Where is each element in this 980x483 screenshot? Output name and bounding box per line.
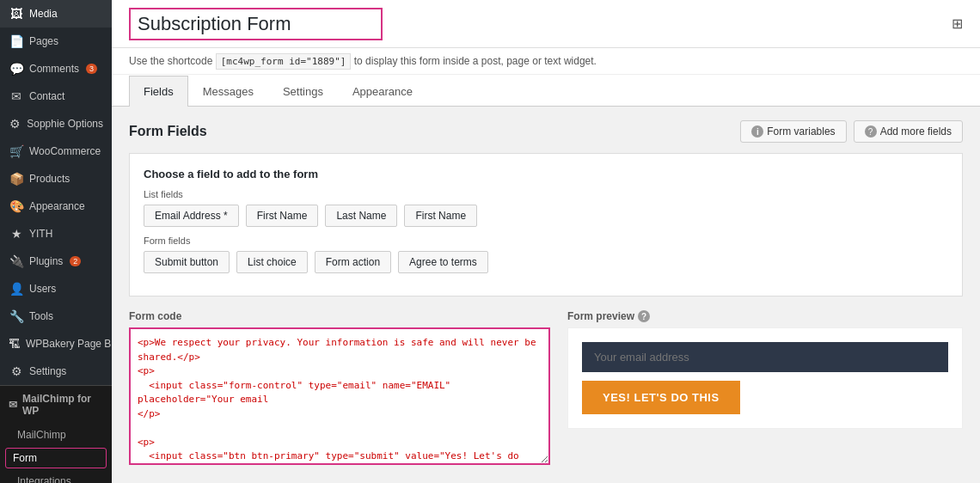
preview-help-icon: ? bbox=[638, 310, 650, 322]
form-variables-button[interactable]: i Form variables bbox=[740, 120, 846, 143]
settings-icon: ⚙ bbox=[9, 364, 24, 378]
sidebar-item-pages[interactable]: 📄 Pages bbox=[0, 28, 112, 55]
products-icon: 📦 bbox=[9, 172, 24, 186]
sidebar-item-tools[interactable]: 🔧 Tools bbox=[0, 303, 112, 330]
form-fields-actions: i Form variables ? Add more fields bbox=[740, 120, 963, 143]
plugins-icon: 🔌 bbox=[9, 254, 24, 268]
sidebar-item-plugins[interactable]: 🔌 Plugins 2 bbox=[0, 248, 112, 275]
sidebar-item-wpbakery[interactable]: 🏗 WPBakery Page Builder bbox=[0, 330, 112, 358]
form-fields-header: Form Fields i Form variables ? Add more … bbox=[129, 120, 963, 143]
add-more-fields-button[interactable]: ? Add more fields bbox=[854, 120, 963, 143]
sidebar-item-appearance[interactable]: 🎨 Appearance bbox=[0, 193, 112, 220]
field-btn-email[interactable]: Email Address * bbox=[144, 205, 239, 227]
form-code-label: Form code bbox=[129, 310, 550, 322]
fullscreen-icon[interactable]: ⊞ bbox=[952, 15, 963, 32]
sidebar-item-contact[interactable]: ✉ Contact bbox=[0, 83, 112, 110]
sidebar-item-comments[interactable]: 💬 Comments 3 bbox=[0, 55, 112, 83]
tabs-bar: Fields Messages Settings Appearance bbox=[112, 75, 980, 107]
field-btn-lastname[interactable]: Last Name bbox=[325, 205, 397, 227]
content-area: Form Fields i Form variables ? Add more … bbox=[112, 107, 980, 481]
shortcode-bar: Use the shortcode [mc4wp_form id="1889"]… bbox=[112, 48, 980, 75]
field-btn-submit[interactable]: Submit button bbox=[144, 251, 230, 273]
tab-settings[interactable]: Settings bbox=[268, 76, 338, 107]
form-code-textarea[interactable]: <p>We respect your privacy. Your informa… bbox=[129, 327, 550, 465]
yith-icon: ★ bbox=[9, 227, 24, 241]
media-icon: 🖼 bbox=[9, 7, 24, 21]
appearance-icon: 🎨 bbox=[9, 199, 24, 213]
form-fields-label: Form fields bbox=[144, 235, 948, 246]
form-preview-area: YES! LET'S DO THIS bbox=[567, 327, 963, 429]
top-bar: ⊞ bbox=[112, 0, 980, 48]
form-code-section: Form code <p>We respect your privacy. Yo… bbox=[129, 310, 550, 468]
mailchimp-section: ✉ MailChimp for WP MailChimp Form Integr… bbox=[0, 385, 112, 483]
comments-icon: 💬 bbox=[9, 62, 24, 76]
comments-badge: 3 bbox=[86, 64, 97, 74]
sidebar-item-media[interactable]: 🖼 Media bbox=[0, 0, 112, 28]
sidebar-item-yith[interactable]: ★ YITH bbox=[0, 220, 112, 248]
main-content: ⊞ Use the shortcode [mc4wp_form id="1889… bbox=[112, 0, 980, 483]
list-fields-label: List fields bbox=[144, 189, 948, 199]
sidebar-item-form[interactable]: Form bbox=[5, 448, 107, 468]
sidebar-item-mailchimp[interactable]: MailChimp bbox=[0, 424, 112, 446]
page-title-input[interactable] bbox=[129, 8, 383, 40]
question-icon: ? bbox=[865, 125, 877, 138]
form-preview-section: Form preview ? YES! LET'S DO THIS bbox=[567, 310, 963, 468]
sidebar-item-users[interactable]: 👤 Users bbox=[0, 275, 112, 303]
tools-icon: 🔧 bbox=[9, 309, 24, 323]
choose-field-label: Choose a field to add to the form bbox=[144, 168, 948, 180]
sidebar-item-sopphie[interactable]: ⚙ Sopphie Options bbox=[0, 110, 112, 138]
shortcode-pre-text: Use the shortcode bbox=[129, 55, 212, 67]
sidebar-item-products[interactable]: 📦 Products bbox=[0, 165, 112, 193]
plugins-badge: 2 bbox=[70, 256, 81, 266]
form-preview-label: Form preview ? bbox=[567, 310, 963, 322]
woo-icon: 🛒 bbox=[9, 144, 24, 158]
shortcode-post-text: to display this form inside a post, page… bbox=[354, 55, 597, 67]
users-icon: 👤 bbox=[9, 282, 24, 296]
list-field-buttons: Email Address * First Name Last Name Fir… bbox=[144, 205, 948, 227]
wpbakery-icon: 🏗 bbox=[9, 337, 21, 351]
field-btn-firstname2[interactable]: First Name bbox=[404, 205, 477, 227]
field-btn-agree-terms[interactable]: Agree to terms bbox=[398, 251, 488, 273]
form-field-buttons: Submit button List choice Form action Ag… bbox=[144, 251, 948, 273]
mailchimp-header: ✉ MailChimp for WP bbox=[0, 386, 112, 424]
contact-icon: ✉ bbox=[9, 89, 24, 103]
field-btn-firstname[interactable]: First Name bbox=[246, 205, 319, 227]
add-fields-panel: Choose a field to add to the form List f… bbox=[129, 153, 963, 297]
preview-submit-button[interactable]: YES! LET'S DO THIS bbox=[582, 381, 740, 414]
bottom-section: Form code <p>We respect your privacy. Yo… bbox=[129, 310, 963, 468]
tabs: Fields Messages Settings Appearance bbox=[129, 75, 963, 106]
field-btn-form-action[interactable]: Form action bbox=[315, 251, 391, 273]
tab-fields[interactable]: Fields bbox=[129, 76, 188, 107]
shortcode-value[interactable]: [mc4wp_form id="1889"] bbox=[216, 53, 352, 70]
sidebar-item-settings[interactable]: ⚙ Settings bbox=[0, 358, 112, 385]
field-btn-list-choice[interactable]: List choice bbox=[236, 251, 308, 273]
tab-appearance[interactable]: Appearance bbox=[338, 76, 427, 107]
form-fields-title: Form Fields bbox=[129, 124, 207, 139]
sopphie-icon: ⚙ bbox=[9, 117, 21, 131]
sidebar: 🖼 Media 📄 Pages 💬 Comments 3 ✉ Contact ⚙… bbox=[0, 0, 112, 483]
pages-icon: 📄 bbox=[9, 34, 24, 48]
sidebar-item-woocommerce[interactable]: 🛒 WooCommerce bbox=[0, 138, 112, 165]
info-icon: i bbox=[751, 125, 763, 138]
sidebar-item-integrations[interactable]: Integrations bbox=[0, 470, 112, 483]
mailchimp-header-label: MailChimp for WP bbox=[22, 393, 103, 417]
mailchimp-header-icon: ✉ bbox=[9, 399, 17, 411]
preview-email-input[interactable] bbox=[582, 342, 948, 372]
tab-messages[interactable]: Messages bbox=[188, 76, 268, 107]
